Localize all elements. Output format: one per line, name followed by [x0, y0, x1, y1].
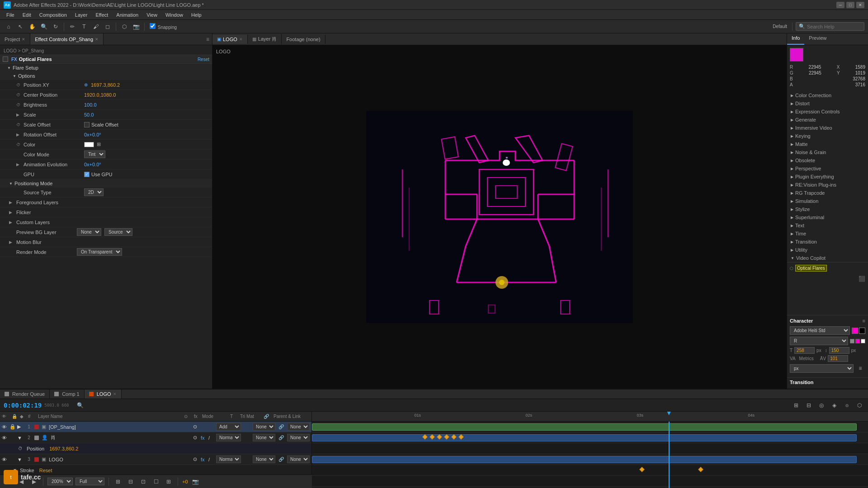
layer3-parent-select[interactable]: None — [287, 455, 310, 463]
effect-cat-transition[interactable]: ▶ Transition — [787, 238, 868, 246]
layer3-blend-select[interactable]: Normal — [216, 455, 241, 463]
positioning-mode-group[interactable]: ▼ Positioning Mode — [0, 179, 212, 188]
effect-cat-matte[interactable]: ▶ Matte — [787, 140, 868, 148]
timeline-timecode[interactable]: 0:00:02:19 — [4, 402, 42, 409]
timeline-option5[interactable]: ⌾ — [842, 400, 852, 410]
menu-view[interactable]: View — [143, 11, 161, 19]
snapping-checkbox[interactable] — [150, 23, 156, 29]
layer1-matte-select[interactable]: None — [253, 423, 275, 431]
effect-cat-keying[interactable]: ▶ Keying — [787, 132, 868, 140]
flare-setup-group[interactable]: ▼ Flare Setup — [0, 64, 212, 72]
close-project-tab[interactable]: ✕ — [22, 37, 25, 42]
minimize-button[interactable]: ─ — [836, 2, 844, 8]
effect-cat-expression[interactable]: ▶ Expression Controls — [787, 108, 868, 116]
tracking-input[interactable] — [828, 355, 848, 362]
menu-help[interactable]: Help — [188, 11, 205, 19]
effect-cat-plugin[interactable]: ▶ Plugin Everything — [787, 173, 868, 181]
quality-select[interactable]: FullHalfQuarter — [75, 478, 104, 485]
window-controls[interactable]: ─ □ ✕ — [836, 2, 864, 8]
menu-composition[interactable]: Composition — [36, 11, 71, 19]
stopwatch-icon-cp[interactable]: ⏱ — [16, 93, 22, 97]
layer3-fx-badge[interactable]: fx — [201, 457, 207, 462]
effect-visibility-toggle[interactable] — [3, 56, 8, 62]
grid-button[interactable]: ⊟ — [126, 477, 136, 487]
rotate-tool[interactable]: ↻ — [51, 22, 61, 32]
tab-footage[interactable]: Footage (none) — [282, 35, 325, 44]
layer2-matte-select[interactable]: None — [253, 434, 275, 441]
char-color-2[interactable] — [855, 339, 860, 343]
shape-tool[interactable]: ⬡ — [119, 22, 129, 32]
scale-offset-checkbox[interactable] — [84, 122, 90, 127]
safe-zones-button[interactable]: ⊞ — [113, 477, 123, 487]
hand-tool[interactable]: ✋ — [27, 22, 37, 32]
stopwatch-icon-color[interactable]: ⏱ — [16, 142, 22, 147]
rotation-offset-value[interactable]: 0x+0.0° — [84, 132, 101, 137]
stopwatch-icon-xy[interactable]: ⏱ — [16, 83, 22, 87]
layer2-vis-icon[interactable]: 👁 — [2, 435, 8, 441]
effect-cat-utility[interactable]: ▶ Utility — [787, 246, 868, 254]
units-select[interactable]: px — [790, 364, 854, 373]
search-input[interactable] — [807, 24, 861, 29]
timeline-tracks[interactable]: 01s 02s 03s 04s — [312, 412, 868, 488]
viewer-option1[interactable]: ☐ — [151, 477, 161, 487]
keyframe-end-start[interactable] — [639, 467, 644, 472]
layer1-solo-icon[interactable]: ⊙ — [193, 424, 199, 430]
effect-cat-simulation[interactable]: ▶ Simulation — [787, 197, 868, 205]
panel-menu-icon[interactable]: ≡ — [206, 36, 209, 42]
char-menu-icon[interactable]: ≡ — [863, 318, 865, 324]
layer1-parent-select[interactable]: None — [287, 423, 310, 431]
font-family-select[interactable]: Adobe Heiti Std — [790, 326, 850, 335]
menu-layer[interactable]: Layer — [71, 11, 91, 19]
info-tab[interactable]: Info — [787, 33, 804, 45]
viewer-option2[interactable]: ⊞ — [164, 477, 174, 487]
font-style-select[interactable]: R — [790, 337, 848, 345]
effect-cat-obsolete[interactable]: ▶ Obsolete — [787, 156, 868, 164]
effect-cat-distort[interactable]: ▶ Distort — [787, 99, 868, 108]
color-eyedropper-icon[interactable]: ⊞ — [97, 141, 101, 147]
camera-tool[interactable]: 📷 — [131, 22, 141, 32]
tab-render-queue[interactable]: Render Queue — [0, 389, 50, 399]
menu-effect[interactable]: Effect — [92, 11, 112, 19]
none-select[interactable]: None — [77, 228, 101, 236]
timeline-option2[interactable]: ⊟ — [804, 400, 814, 410]
effect-cat-superluminal[interactable]: ▶ Superluminal — [787, 213, 868, 221]
search-box[interactable]: 🔍 — [796, 22, 864, 31]
line-height-input[interactable] — [829, 347, 849, 354]
effect-cat-generate[interactable]: ▶ Generate — [787, 116, 868, 124]
effect-cat-time[interactable]: ▶ Time — [787, 230, 868, 238]
layer2-position-value[interactable]: 1697.3,860.2 — [49, 446, 78, 451]
menu-window[interactable]: Window — [162, 11, 187, 19]
effect-cat-color-correction[interactable]: ▶ Color Correction — [787, 91, 868, 99]
close-logo-timeline-tab[interactable]: ✕ — [113, 392, 117, 396]
color-toggle-icon[interactable]: ⬛ — [859, 276, 865, 282]
color-swatch[interactable] — [84, 142, 94, 147]
char-color-1[interactable] — [850, 339, 854, 343]
timeline-option4[interactable]: ◈ — [829, 400, 839, 410]
text-color-box[interactable] — [852, 328, 858, 334]
vc-optical-flares[interactable]: ⬡ Optical Flares — [790, 264, 865, 272]
effect-cat-noise[interactable]: ▶ Noise & Grain — [787, 148, 868, 156]
keyframe-4[interactable] — [444, 434, 449, 439]
close-logo-tab[interactable]: ✕ — [239, 37, 243, 42]
stroke-color-box[interactable] — [859, 328, 865, 334]
composition-viewer[interactable]: LOGO — [212, 45, 787, 389]
char-color-3[interactable] — [861, 339, 865, 343]
layer-row-1[interactable]: 👁 🔒 ▶ 1 ▣ [OP_Shang] ⊙ AddNormal None 🔗 — [0, 422, 311, 432]
layer1-name[interactable]: [OP_Shang] — [49, 424, 192, 430]
keyframe-6[interactable] — [458, 434, 463, 439]
effect-cat-trapcode[interactable]: ▶ RG Trapcode — [787, 189, 868, 197]
position-xy-value[interactable]: 1697.3,860.2 — [91, 82, 120, 88]
options-group[interactable]: ▼ Options — [0, 72, 212, 80]
layer-row-2[interactable]: 👁 ▼ 2 👤 肖 ⊙ fx / Normal None 🔗 — [0, 432, 311, 443]
snapshot-button[interactable]: 📷 — [191, 477, 201, 487]
keyframe-3[interactable] — [437, 434, 442, 439]
effect-cat-stylize[interactable]: ▶ Stylize — [787, 205, 868, 213]
menu-animation[interactable]: Animation — [113, 11, 142, 19]
layer1-lock-icon[interactable]: 🔒 — [9, 424, 16, 430]
stopwatch-icon-so[interactable]: ⏱ — [16, 122, 22, 127]
layer3-name[interactable]: LOGO — [49, 457, 192, 462]
layer1-collapse-icon[interactable]: ▶ — [17, 424, 24, 430]
keyframe-5[interactable] — [451, 434, 456, 439]
timeline-option1[interactable]: ⊞ — [791, 400, 801, 410]
zoom-select[interactable]: 200%100%50%Full — [47, 478, 73, 485]
